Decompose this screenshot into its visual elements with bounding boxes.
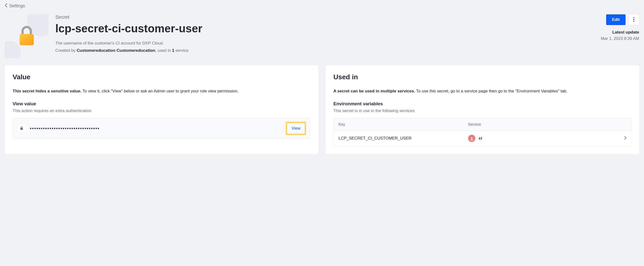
env-key: LCP_SECRET_CI_CUSTOMER_USER (338, 136, 468, 141)
back-link[interactable]: Settings (0, 0, 644, 12)
masked-value: •••••••••••••••••••••••••••••••• (30, 126, 282, 131)
back-label: Settings (9, 4, 25, 9)
category-label: Secret (55, 14, 594, 20)
chevron-right-icon (624, 136, 626, 141)
svg-rect-4 (20, 128, 23, 130)
svg-rect-0 (20, 34, 34, 45)
page-title: lcp-secret-ci-customer-user (55, 22, 594, 35)
lock-icon (18, 25, 36, 47)
svg-point-2 (633, 19, 634, 20)
service-name: ci (479, 136, 482, 141)
used-in-card-title: Used in (334, 73, 632, 81)
lock-small-icon (17, 124, 26, 133)
env-vars-subtext: This secret is in use in the following s… (334, 108, 632, 113)
table-header: Key Service (334, 118, 631, 131)
view-value-heading: View value (12, 101, 310, 106)
table-row[interactable]: LCP_SECRET_CI_CUSTOMER_USER ci (334, 131, 631, 146)
more-actions-button[interactable] (628, 14, 639, 25)
view-button-highlight: View (286, 122, 306, 135)
env-vars-heading: Environment variables (334, 101, 632, 106)
latest-update-time: Mar 1, 2023 8:39 AM (601, 36, 639, 41)
used-in-card: Used in A secret can be used in multiple… (326, 65, 639, 154)
svg-point-1 (633, 17, 634, 18)
edit-button[interactable]: Edit (606, 14, 626, 25)
col-header-service: Service (468, 122, 626, 127)
value-box: •••••••••••••••••••••••••••••••• View (12, 118, 310, 139)
latest-update-label: Latest update (601, 30, 639, 35)
col-header-key: Key (338, 122, 468, 127)
kebab-menu-icon (633, 17, 634, 22)
value-card-intro: This secret hides a sensitive value. To … (12, 88, 310, 94)
view-value-subtext: This action requires an extra authentica… (12, 108, 310, 113)
svg-point-3 (633, 21, 634, 22)
view-button[interactable]: View (288, 123, 304, 133)
secret-hero-icon (5, 14, 48, 58)
value-card-title: Value (12, 73, 310, 81)
env-vars-table: Key Service LCP_SECRET_CI_CUSTOMER_USER … (334, 118, 632, 146)
value-card: Value This secret hides a sensitive valu… (5, 65, 318, 154)
used-in-card-intro: A secret can be used in multiple service… (334, 88, 632, 94)
secret-meta: Created by Customereducation Customeredu… (55, 48, 594, 53)
chevron-left-icon (5, 4, 7, 9)
svg-point-6 (471, 137, 472, 139)
service-avatar (468, 135, 475, 142)
secret-description: The username of the customer's CI accoun… (55, 41, 594, 46)
